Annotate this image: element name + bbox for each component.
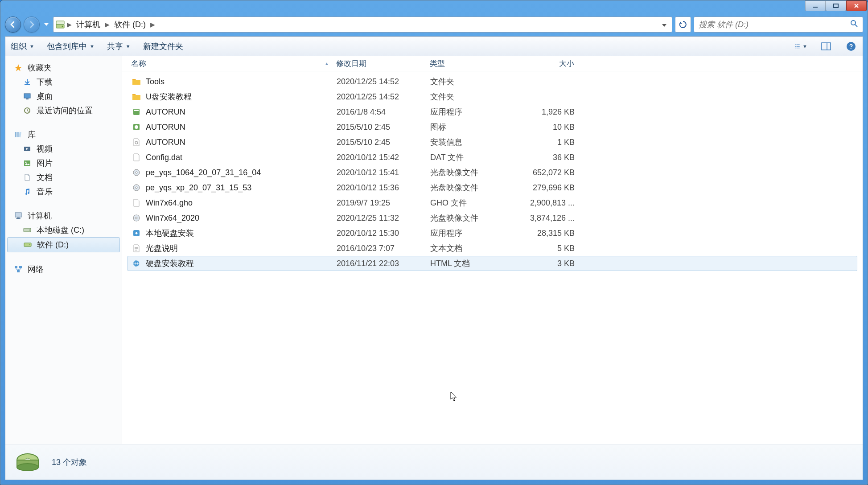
- sort-asc-icon: ▲: [325, 61, 329, 66]
- chevron-down-icon: ▼: [126, 44, 131, 49]
- file-name: 本地硬盘安装: [146, 228, 194, 238]
- new-folder-button[interactable]: 新建文件夹: [143, 41, 183, 52]
- file-row[interactable]: pe_yqs_xp_20_07_31_15_532020/10/12 15:36…: [128, 180, 857, 195]
- search-input[interactable]: [699, 20, 850, 29]
- sidebar-item-videos[interactable]: 视频: [5, 142, 122, 156]
- file-type: 图标: [427, 122, 520, 132]
- file-row[interactable]: Tools2020/12/25 14:52文件夹: [128, 74, 857, 89]
- forward-button[interactable]: [24, 16, 40, 33]
- view-mode-button[interactable]: ▼: [795, 40, 807, 53]
- ico-icon: [132, 122, 141, 132]
- network-root[interactable]: 网络: [5, 262, 122, 276]
- iso-icon: [132, 213, 141, 223]
- svg-rect-21: [15, 132, 16, 137]
- drive-icon: [22, 226, 32, 234]
- back-button[interactable]: [5, 16, 21, 33]
- desktop-icon: [22, 92, 32, 101]
- sidebar-item-label: 下载: [37, 77, 53, 87]
- computer-group: 计算机 本地磁盘 (C:) 软件 (D:): [5, 209, 122, 252]
- file-name: pe_yqs_1064_20_07_31_16_04: [146, 168, 261, 177]
- svg-rect-34: [15, 266, 17, 268]
- navigation-pane: 收藏夹 下载 桌面 最近访问的位置: [5, 56, 122, 444]
- svg-rect-13: [822, 43, 831, 50]
- file-row[interactable]: 硬盘安装教程2016/11/21 22:03HTML 文档3 KB: [128, 256, 857, 271]
- chevron-down-icon: ▼: [802, 44, 807, 49]
- file-name: Tools: [146, 77, 165, 86]
- exe-icon: [132, 107, 141, 117]
- sidebar-item-desktop[interactable]: 桌面: [5, 89, 122, 103]
- file-row[interactable]: AUTORUN2015/5/10 2:45安装信息1 KB: [128, 135, 857, 150]
- share-menu[interactable]: 共享 ▼: [107, 41, 131, 52]
- svg-rect-35: [19, 266, 22, 268]
- search-icon: [850, 20, 858, 29]
- file-name: AUTORUN: [146, 123, 185, 132]
- maximize-button[interactable]: [826, 0, 846, 11]
- include-in-library-menu[interactable]: 包含到库中 ▼: [47, 41, 95, 52]
- column-size[interactable]: 大小: [520, 58, 578, 69]
- svg-rect-38: [134, 110, 139, 111]
- minimize-button[interactable]: [805, 0, 826, 11]
- html-icon: [132, 259, 141, 268]
- file-name: U盘安装教程: [146, 91, 192, 102]
- organize-label: 组织: [11, 41, 27, 52]
- sidebar-item-recent[interactable]: 最近访问的位置: [5, 103, 122, 118]
- svg-point-31: [29, 230, 30, 230]
- recent-icon: [22, 106, 32, 115]
- preview-pane-button[interactable]: [820, 40, 832, 53]
- close-button[interactable]: [846, 0, 867, 11]
- file-row[interactable]: U盘安装教程2020/12/25 14:52文件夹: [128, 89, 857, 104]
- address-bar[interactable]: ▶ 计算机 ▶ 软件 (D:) ▶: [53, 16, 672, 33]
- file-row[interactable]: AUTORUN2016/1/8 4:54应用程序1,926 KB: [128, 104, 857, 119]
- svg-point-47: [136, 217, 137, 219]
- file-row[interactable]: 光盘说明2016/10/23 7:07文本文档5 KB: [128, 241, 857, 256]
- network-icon: [13, 265, 23, 274]
- svg-rect-12: [797, 47, 800, 48]
- address-dropdown-icon[interactable]: [658, 21, 670, 29]
- breadcrumb-computer[interactable]: 计算机: [74, 17, 103, 32]
- refresh-button[interactable]: [675, 16, 691, 33]
- libraries-root[interactable]: 库: [5, 127, 122, 142]
- sidebar-item-downloads[interactable]: 下载: [5, 75, 122, 89]
- breadcrumb-drive[interactable]: 软件 (D:): [111, 17, 148, 32]
- sidebar-item-label: 文档: [37, 172, 53, 183]
- share-label: 共享: [107, 41, 123, 52]
- file-type: 文本文档: [427, 243, 520, 254]
- column-type[interactable]: 类型: [426, 58, 520, 69]
- organize-menu[interactable]: 组织 ▼: [11, 41, 34, 52]
- column-headers: 名称 ▲ 修改日期 类型 大小: [122, 56, 863, 71]
- file-size: 28,315 KB: [520, 229, 578, 238]
- file-row[interactable]: AUTORUN2015/5/10 2:45图标10 KB: [128, 119, 857, 135]
- help-button[interactable]: ?: [845, 40, 857, 53]
- search-bar[interactable]: [694, 16, 863, 33]
- sidebar-item-documents[interactable]: 文档: [5, 170, 122, 185]
- sidebar-item-label: 最近访问的位置: [37, 105, 93, 116]
- favorites-root[interactable]: 收藏夹: [5, 61, 122, 75]
- file-row[interactable]: 本地硬盘安装2020/10/12 15:30应用程序28,315 KB: [128, 226, 857, 241]
- sidebar-item-drive-d[interactable]: 软件 (D:): [7, 237, 120, 252]
- file-date: 2020/10/12 15:36: [333, 183, 427, 193]
- dat-icon: [132, 152, 141, 162]
- file-type: 光盘映像文件: [427, 182, 520, 193]
- nav-history-dropdown[interactable]: [42, 19, 50, 30]
- music-icon: [22, 187, 32, 196]
- svg-text:?: ?: [849, 43, 853, 50]
- svg-point-5: [851, 21, 856, 25]
- svg-rect-11: [797, 46, 800, 46]
- breadcrumb-sep-icon: ▶: [148, 21, 157, 28]
- favorites-label: 收藏夹: [28, 62, 52, 73]
- sidebar-item-music[interactable]: 音乐: [5, 185, 122, 199]
- column-date[interactable]: 修改日期: [333, 58, 426, 69]
- file-row[interactable]: pe_yqs_1064_20_07_31_16_042020/10/12 15:…: [128, 165, 857, 180]
- file-row[interactable]: Win7x64.gho2019/9/7 19:25GHO 文件2,900,813…: [128, 195, 857, 210]
- libraries-group: 库 视频 图片 文档 音: [5, 127, 122, 199]
- svg-point-43: [136, 172, 137, 173]
- file-list[interactable]: Tools2020/12/25 14:52文件夹U盘安装教程2020/12/25…: [122, 71, 863, 444]
- file-date: 2020/10/12 15:41: [333, 168, 427, 177]
- computer-root[interactable]: 计算机: [5, 209, 122, 223]
- file-row[interactable]: Win7x64_20202020/12/25 11:32光盘映像文件3,874,…: [128, 210, 857, 226]
- svg-rect-22: [17, 132, 19, 137]
- sidebar-item-drive-c[interactable]: 本地磁盘 (C:): [5, 223, 122, 237]
- column-name[interactable]: 名称 ▲: [128, 58, 333, 69]
- file-row[interactable]: Config.dat2020/10/12 15:42DAT 文件36 KB: [128, 150, 857, 165]
- sidebar-item-pictures[interactable]: 图片: [5, 156, 122, 170]
